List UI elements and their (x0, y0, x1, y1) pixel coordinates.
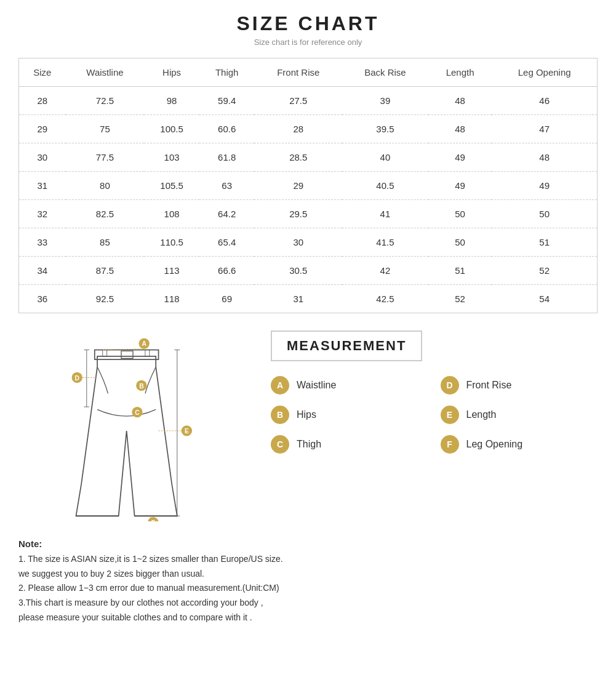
table-cell: 51 (428, 257, 492, 285)
table-cell: 75 (66, 115, 145, 143)
svg-rect-1 (121, 351, 133, 358)
notes-section: Note: 1. The size is ASIAN size,it is 1~… (18, 536, 598, 625)
measurement-badge: D (441, 376, 459, 395)
title-section: SIZE CHART Size chart is for reference o… (18, 12, 598, 47)
table-cell: 60.6 (199, 115, 255, 143)
table-cell: 52 (492, 257, 597, 285)
table-header-cell: Hips (144, 58, 199, 87)
measurement-label: Waistline (297, 380, 336, 391)
size-table-wrapper: SizeWaistlineHipsThighFront RiseBack Ris… (18, 58, 598, 313)
table-body: 2872.59859.427.53948462975100.560.62839.… (19, 87, 597, 313)
table-cell: 48 (492, 143, 597, 172)
table-row: 2975100.560.62839.54847 (19, 115, 597, 143)
note-line: 2. Please allow 1−3 cm error due to manu… (18, 581, 598, 596)
table-cell: 72.5 (66, 87, 145, 115)
table-cell: 48 (428, 115, 492, 143)
measurement-item: ELength (441, 406, 598, 424)
table-cell: 42 (342, 257, 428, 285)
measurement-label: Length (466, 409, 497, 420)
table-cell: 47 (492, 115, 597, 143)
table-row: 3385110.565.43041.55051 (19, 228, 597, 257)
note-line: 3.This chart is measure by our clothes n… (18, 596, 598, 611)
measurement-badge: E (441, 406, 459, 424)
table-cell: 87.5 (66, 257, 145, 285)
table-cell: 113 (144, 257, 199, 285)
table-cell: 31 (19, 172, 66, 200)
table-cell: 100.5 (144, 115, 199, 143)
table-row: 2872.59859.427.5394846 (19, 87, 597, 115)
table-cell: 98 (144, 87, 199, 115)
svg-text:E: E (185, 428, 189, 435)
table-cell: 28 (19, 87, 66, 115)
table-cell: 34 (19, 257, 66, 285)
note-line: please measure your suitable clothes and… (18, 611, 598, 625)
table-cell: 29.5 (254, 200, 342, 228)
measurement-badge: C (271, 435, 289, 454)
table-cell: 54 (492, 285, 597, 313)
measurement-badge: B (271, 406, 289, 424)
table-cell: 31 (254, 285, 342, 313)
table-cell: 108 (144, 200, 199, 228)
table-cell: 92.5 (66, 285, 145, 313)
table-cell: 85 (66, 228, 145, 257)
measurement-badge: A (271, 376, 289, 395)
table-cell: 40.5 (342, 172, 428, 200)
svg-text:D: D (75, 375, 80, 382)
table-cell: 28.5 (254, 143, 342, 172)
table-cell: 66.6 (199, 257, 255, 285)
note-title: Note: (18, 539, 42, 549)
table-cell: 28 (254, 115, 342, 143)
table-cell: 32 (19, 200, 66, 228)
table-cell: 82.5 (66, 200, 145, 228)
table-cell: 27.5 (254, 87, 342, 115)
main-title: SIZE CHART (18, 12, 598, 35)
note-line: 1. The size is ASIAN size,it is 1~2 size… (18, 552, 598, 567)
table-row: 3692.5118693142.55254 (19, 285, 597, 313)
pants-diagram-svg: A B C D E (18, 324, 240, 521)
svg-text:A: A (142, 340, 146, 347)
table-cell: 30 (254, 228, 342, 257)
table-row: 3487.511366.630.5425152 (19, 257, 597, 285)
table-cell: 77.5 (66, 143, 145, 172)
table-header-cell: Leg Opening (492, 58, 597, 87)
table-cell: 61.8 (199, 143, 255, 172)
table-header-cell: Back Rise (342, 58, 428, 87)
table-cell: 110.5 (144, 228, 199, 257)
measurement-item: DFront Rise (441, 376, 598, 395)
size-table: SizeWaistlineHipsThighFront RiseBack Ris… (19, 58, 597, 313)
table-cell: 41.5 (342, 228, 428, 257)
table-header-cell: Waistline (66, 58, 145, 87)
subtitle: Size chart is for reference only (18, 38, 598, 47)
measurement-label: Hips (297, 409, 316, 420)
table-cell: 51 (492, 228, 597, 257)
table-cell: 80 (66, 172, 145, 200)
table-row: 3180105.5632940.54949 (19, 172, 597, 200)
notes-lines: 1. The size is ASIAN size,it is 1~2 size… (18, 552, 598, 625)
table-cell: 103 (144, 143, 199, 172)
measurement-container: MEASUREMENT AWaistlineDFront RiseBHipsEL… (271, 324, 598, 454)
table-cell: 52 (428, 285, 492, 313)
measurement-item: FLeg Opening (441, 435, 598, 454)
table-cell: 63 (199, 172, 255, 200)
table-cell: 36 (19, 285, 66, 313)
measurement-label: Thigh (297, 439, 321, 450)
table-cell: 50 (428, 228, 492, 257)
measurement-item: BHips (271, 406, 428, 424)
measurement-label: Front Rise (466, 380, 512, 391)
table-cell: 49 (428, 143, 492, 172)
table-cell: 39.5 (342, 115, 428, 143)
note-line: we suggest you to buy 2 sizes bigger tha… (18, 567, 598, 582)
table-header-row: SizeWaistlineHipsThighFront RiseBack Ris… (19, 58, 597, 87)
measurement-grid: AWaistlineDFront RiseBHipsELengthCThighF… (271, 376, 598, 454)
table-cell: 69 (199, 285, 255, 313)
measurement-badge: F (441, 435, 459, 454)
svg-rect-2 (103, 350, 107, 356)
table-cell: 49 (428, 172, 492, 200)
table-cell: 50 (428, 200, 492, 228)
table-cell: 30 (19, 143, 66, 172)
table-cell: 105.5 (144, 172, 199, 200)
measurement-item: CThigh (271, 435, 428, 454)
table-cell: 49 (492, 172, 597, 200)
table-cell: 64.2 (199, 200, 255, 228)
table-cell: 50 (492, 200, 597, 228)
